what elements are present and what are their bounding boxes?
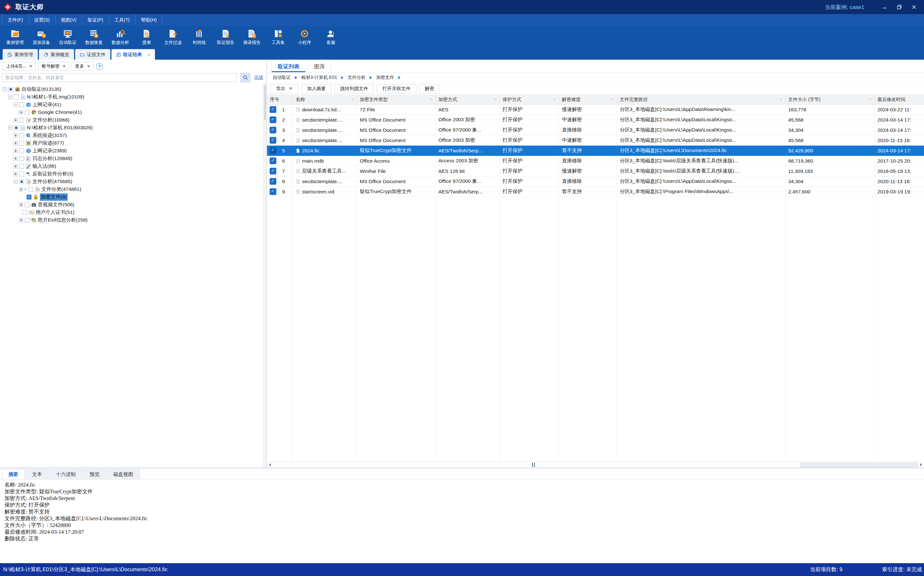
detail-tab[interactable]: 文本 (26, 469, 48, 479)
row-checkbox[interactable] (270, 157, 276, 164)
column-header[interactable]: 序号 (267, 95, 293, 104)
filter-icon[interactable] (780, 99, 782, 101)
row-checkbox[interactable] (270, 117, 276, 123)
filter-icon[interactable] (553, 99, 556, 101)
menu-item[interactable]: 工具(T) (109, 14, 136, 26)
breadcrumb-item[interactable]: 文件分析 (348, 75, 366, 80)
tree-item[interactable]: 自动取证(613135) (0, 85, 266, 93)
document-tab[interactable]: 案例管理 (3, 49, 38, 60)
column-header[interactable]: 名称 (293, 95, 357, 104)
filter-icon[interactable] (430, 99, 432, 101)
row-checkbox[interactable] (270, 147, 276, 154)
filter-icon[interactable] (494, 99, 497, 101)
breadcrumb-item[interactable]: 检材3-计算机.E01 (302, 75, 337, 80)
table-row[interactable]: 2 secdoctemplate.... MS Office Document … (267, 115, 924, 125)
tree-checkbox[interactable] (14, 125, 19, 130)
tree-checkbox[interactable] (19, 149, 24, 153)
menu-item[interactable]: 文件(F) (2, 14, 29, 26)
toolbar-button[interactable]: 自动取证 (55, 26, 81, 48)
tree-item[interactable]: 系统痕迹(3157) (0, 131, 266, 139)
table-row[interactable]: 6 main.mdb Office Access Access 2003 加密 … (267, 156, 924, 166)
cell-file-name[interactable]: 层级关系查看工具... (293, 166, 357, 176)
results-tab[interactable]: 图库 (308, 60, 331, 72)
tree-checkbox[interactable] (25, 110, 29, 115)
tree-checkbox[interactable] (19, 118, 24, 123)
restore-button[interactable] (892, 2, 907, 13)
tree-item[interactable]: N:\检材3-计算机.E01(603026) (0, 124, 266, 131)
detail-tab[interactable]: 摘要 (2, 469, 25, 479)
filter-icon[interactable] (351, 99, 354, 101)
tree-item[interactable]: 上网记录(2369) (0, 147, 266, 155)
cell-file-name[interactable]: secdoctemplate.... (293, 125, 357, 135)
cell-file-name[interactable]: secdoctemplate.... (293, 115, 357, 125)
tree-item[interactable]: 照片Exif信息分析(258) (0, 216, 266, 224)
minimize-button[interactable] (877, 2, 892, 13)
tree-checkbox[interactable] (27, 195, 32, 200)
tree-item[interactable]: 加密文件(9) (0, 193, 266, 201)
help-icon[interactable]: ? (96, 63, 103, 70)
action-button[interactable]: 加入摘要 (302, 84, 332, 93)
scroll-right-arrow-icon[interactable] (918, 462, 924, 467)
tree-expander-icon[interactable] (13, 149, 18, 153)
tree-checkbox[interactable] (14, 94, 19, 99)
tree-item[interactable]: 文件分类(474861) (0, 186, 266, 193)
breadcrumb-item[interactable]: 加密文件 (376, 75, 394, 80)
action-button[interactable]: 导出 (270, 84, 298, 93)
tree-item[interactable]: 文件分析(10068) (0, 116, 266, 124)
tree-checkbox[interactable] (19, 164, 24, 169)
close-button[interactable] (907, 2, 921, 13)
tree-item[interactable]: 音视频文件(506) (0, 201, 266, 208)
toolbar-button[interactable]: 取证报告 (212, 26, 239, 48)
row-checkbox[interactable] (270, 137, 276, 144)
results-tab[interactable]: 取证列表 (271, 60, 306, 72)
tree-checkbox[interactable] (8, 87, 13, 92)
cell-file-name[interactable]: secdoctemplate.... (293, 176, 357, 187)
search-input[interactable] (3, 73, 237, 82)
document-tab[interactable]: 取证结果 × (111, 49, 155, 60)
document-tab[interactable]: 证据文件 (75, 49, 111, 60)
tree-expander-icon[interactable] (19, 218, 23, 222)
tree-checkbox[interactable] (28, 187, 33, 192)
action-button[interactable]: 打开关联文件 (377, 84, 416, 93)
filter-icon[interactable] (869, 99, 871, 101)
cell-file-name[interactable]: main.mdb (293, 156, 357, 166)
column-header[interactable]: 保护方式 (500, 95, 559, 104)
tree-item[interactable]: 反取证软件分析(3) (0, 170, 266, 178)
horizontal-scrollbar[interactable] (267, 461, 924, 467)
search-button[interactable] (241, 73, 250, 82)
row-checkbox[interactable] (270, 106, 276, 113)
tree-expander-icon[interactable] (3, 87, 7, 91)
row-checkbox[interactable] (270, 178, 276, 185)
toolbar-button[interactable]: 添加设备 (28, 26, 55, 48)
breadcrumb-item[interactable]: 自动取证 (273, 75, 291, 80)
tree-checkbox[interactable] (19, 133, 24, 138)
toolbar-button[interactable]: 搜索 (133, 26, 160, 48)
tree-expander-icon[interactable] (13, 141, 18, 145)
tree-item[interactable]: N:\检材1-手机.img(10109) (0, 93, 266, 101)
toolbar-button[interactable]: 客服 (318, 26, 344, 48)
tab-close-icon[interactable]: × (147, 52, 150, 58)
tree-expander-icon[interactable] (13, 179, 18, 184)
table-row[interactable]: 7 层级关系查看工具... WinRar File AES 128 bit 打开… (267, 166, 924, 176)
tree-checkbox[interactable] (22, 210, 27, 215)
tree-expander-icon[interactable] (8, 126, 12, 130)
dropdown-button[interactable]: 更多 (72, 62, 94, 70)
tree-checkbox[interactable] (25, 202, 29, 207)
tree-item[interactable]: 文件分析(475685) (0, 178, 266, 186)
tree-item[interactable]: 输入法(86) (0, 162, 266, 170)
dropdown-button[interactable]: 上传&导... (3, 62, 36, 70)
table-row[interactable]: 4 secdoctemplate.... MS Office Document … (267, 135, 924, 146)
dropdown-button[interactable]: 帐号解密 (38, 62, 69, 70)
tree-expander-icon[interactable] (8, 95, 12, 99)
column-header[interactable]: 加密文件类型 (357, 95, 436, 104)
table-row[interactable]: 3 secdoctemplate.... MS Office Document … (267, 125, 924, 135)
table-row[interactable]: 8 secdoctemplate.... MS Office Document … (267, 176, 924, 187)
table-row[interactable]: 9 startscreen.vid 疑似TrueCrypt加密文件 AES/Tw… (267, 187, 924, 197)
row-checkbox[interactable] (270, 168, 276, 174)
tree-expander-icon[interactable] (13, 172, 18, 176)
advanced-search-link[interactable]: 高级 (254, 75, 263, 80)
toolbar-button[interactable]: 时间线 (186, 26, 212, 48)
tree-expander-icon[interactable] (13, 102, 18, 107)
tree-item[interactable]: Google Chrome(41) (0, 109, 266, 116)
toolbar-button[interactable]: 文件过滤 (160, 26, 186, 48)
